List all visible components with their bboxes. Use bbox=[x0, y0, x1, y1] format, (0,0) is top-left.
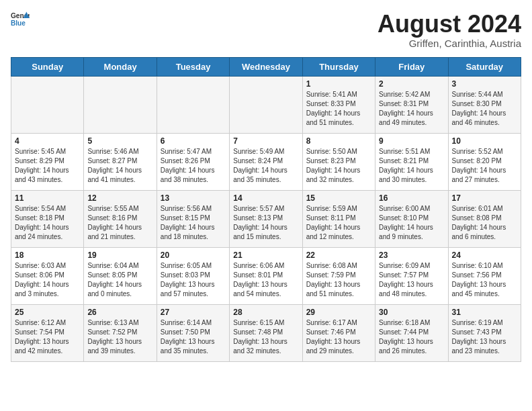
calendar-week-row: 11Sunrise: 5:54 AM Sunset: 8:18 PM Dayli… bbox=[11, 190, 521, 247]
calendar-cell: 27Sunrise: 6:14 AM Sunset: 7:50 PM Dayli… bbox=[157, 304, 229, 361]
day-number: 30 bbox=[379, 308, 444, 317]
calendar-cell: 9Sunrise: 5:51 AM Sunset: 8:21 PM Daylig… bbox=[375, 133, 448, 190]
day-number: 14 bbox=[233, 193, 298, 203]
day-info: Sunrise: 6:01 AM Sunset: 8:08 PM Dayligh… bbox=[452, 204, 517, 242]
calendar-cell: 12Sunrise: 5:55 AM Sunset: 8:16 PM Dayli… bbox=[84, 190, 157, 247]
day-info: Sunrise: 6:12 AM Sunset: 7:54 PM Dayligh… bbox=[15, 318, 80, 356]
calendar-cell bbox=[157, 76, 229, 133]
day-info: Sunrise: 5:47 AM Sunset: 8:26 PM Dayligh… bbox=[161, 147, 226, 185]
calendar-cell: 4Sunrise: 5:45 AM Sunset: 8:29 PM Daylig… bbox=[11, 133, 84, 190]
day-info: Sunrise: 6:00 AM Sunset: 8:10 PM Dayligh… bbox=[379, 204, 444, 242]
calendar-cell: 24Sunrise: 6:10 AM Sunset: 7:56 PM Dayli… bbox=[448, 247, 521, 304]
weekday-header-wednesday: Wednesday bbox=[230, 57, 302, 76]
day-info: Sunrise: 5:45 AM Sunset: 8:29 PM Dayligh… bbox=[15, 147, 80, 185]
day-number: 21 bbox=[233, 250, 298, 260]
day-info: Sunrise: 6:03 AM Sunset: 8:06 PM Dayligh… bbox=[15, 261, 80, 299]
day-info: Sunrise: 6:05 AM Sunset: 8:03 PM Dayligh… bbox=[161, 261, 226, 299]
day-number: 22 bbox=[306, 250, 371, 260]
calendar-cell: 21Sunrise: 6:06 AM Sunset: 8:01 PM Dayli… bbox=[230, 247, 302, 304]
calendar-cell: 30Sunrise: 6:18 AM Sunset: 7:44 PM Dayli… bbox=[375, 304, 448, 361]
day-info: Sunrise: 5:50 AM Sunset: 8:23 PM Dayligh… bbox=[306, 147, 371, 185]
calendar-title: August 2024 bbox=[378, 11, 521, 38]
calendar-cell: 11Sunrise: 5:54 AM Sunset: 8:18 PM Dayli… bbox=[11, 190, 84, 247]
day-info: Sunrise: 5:52 AM Sunset: 8:20 PM Dayligh… bbox=[452, 147, 517, 185]
calendar-cell: 20Sunrise: 6:05 AM Sunset: 8:03 PM Dayli… bbox=[157, 247, 229, 304]
day-number: 5 bbox=[87, 136, 152, 146]
weekday-header-friday: Friday bbox=[375, 57, 448, 76]
calendar-location: Griffen, Carinthia, Austria bbox=[378, 38, 521, 49]
svg-text:Blue: Blue bbox=[11, 19, 26, 27]
day-number: 17 bbox=[452, 193, 517, 203]
day-info: Sunrise: 5:46 AM Sunset: 8:27 PM Dayligh… bbox=[87, 147, 152, 185]
day-info: Sunrise: 6:09 AM Sunset: 7:57 PM Dayligh… bbox=[379, 261, 444, 299]
day-info: Sunrise: 5:57 AM Sunset: 8:13 PM Dayligh… bbox=[233, 204, 298, 242]
day-info: Sunrise: 6:17 AM Sunset: 7:46 PM Dayligh… bbox=[306, 318, 371, 356]
calendar-cell: 7Sunrise: 5:49 AM Sunset: 8:24 PM Daylig… bbox=[230, 133, 302, 190]
day-info: Sunrise: 6:13 AM Sunset: 7:52 PM Dayligh… bbox=[87, 318, 152, 356]
weekday-header-row: SundayMondayTuesdayWednesdayThursdayFrid… bbox=[11, 57, 521, 76]
calendar-cell: 18Sunrise: 6:03 AM Sunset: 8:06 PM Dayli… bbox=[11, 247, 84, 304]
logo: General Blue bbox=[11, 11, 30, 30]
day-info: Sunrise: 6:15 AM Sunset: 7:48 PM Dayligh… bbox=[233, 318, 298, 356]
day-info: Sunrise: 5:54 AM Sunset: 8:18 PM Dayligh… bbox=[15, 204, 80, 242]
calendar-table: SundayMondayTuesdayWednesdayThursdayFrid… bbox=[11, 57, 521, 362]
day-number: 10 bbox=[452, 136, 517, 146]
calendar-cell bbox=[230, 76, 302, 133]
calendar-week-row: 25Sunrise: 6:12 AM Sunset: 7:54 PM Dayli… bbox=[11, 304, 521, 361]
logo-icon: General Blue bbox=[11, 11, 30, 30]
day-number: 28 bbox=[233, 308, 298, 317]
calendar-cell bbox=[84, 76, 157, 133]
day-number: 23 bbox=[379, 250, 444, 260]
day-number: 9 bbox=[379, 136, 444, 146]
day-number: 29 bbox=[306, 308, 371, 317]
day-number: 4 bbox=[15, 136, 80, 146]
weekday-header-sunday: Sunday bbox=[11, 57, 84, 76]
calendar-cell: 14Sunrise: 5:57 AM Sunset: 8:13 PM Dayli… bbox=[230, 190, 302, 247]
day-number: 20 bbox=[161, 250, 226, 260]
day-info: Sunrise: 5:59 AM Sunset: 8:11 PM Dayligh… bbox=[306, 204, 371, 242]
calendar-cell: 2Sunrise: 5:42 AM Sunset: 8:31 PM Daylig… bbox=[375, 76, 448, 133]
day-info: Sunrise: 5:51 AM Sunset: 8:21 PM Dayligh… bbox=[379, 147, 444, 185]
day-number: 27 bbox=[161, 308, 226, 317]
day-number: 25 bbox=[15, 308, 80, 317]
day-number: 6 bbox=[161, 136, 226, 146]
calendar-cell: 1Sunrise: 5:41 AM Sunset: 8:33 PM Daylig… bbox=[302, 76, 375, 133]
calendar-header: SundayMondayTuesdayWednesdayThursdayFrid… bbox=[11, 57, 521, 76]
calendar-cell: 15Sunrise: 5:59 AM Sunset: 8:11 PM Dayli… bbox=[302, 190, 375, 247]
calendar-cell: 13Sunrise: 5:56 AM Sunset: 8:15 PM Dayli… bbox=[157, 190, 229, 247]
weekday-header-thursday: Thursday bbox=[302, 57, 375, 76]
day-number: 2 bbox=[379, 79, 444, 89]
day-number: 15 bbox=[306, 193, 371, 203]
weekday-header-tuesday: Tuesday bbox=[157, 57, 229, 76]
calendar-week-row: 18Sunrise: 6:03 AM Sunset: 8:06 PM Dayli… bbox=[11, 247, 521, 304]
calendar-week-row: 4Sunrise: 5:45 AM Sunset: 8:29 PM Daylig… bbox=[11, 133, 521, 190]
title-block: August 2024 Griffen, Carinthia, Austria bbox=[378, 11, 521, 49]
day-number: 26 bbox=[87, 308, 152, 317]
calendar-cell: 25Sunrise: 6:12 AM Sunset: 7:54 PM Dayli… bbox=[11, 304, 84, 361]
calendar-cell bbox=[11, 76, 84, 133]
calendar-cell: 19Sunrise: 6:04 AM Sunset: 8:05 PM Dayli… bbox=[84, 247, 157, 304]
day-info: Sunrise: 6:14 AM Sunset: 7:50 PM Dayligh… bbox=[161, 318, 226, 356]
day-info: Sunrise: 5:44 AM Sunset: 8:30 PM Dayligh… bbox=[452, 90, 517, 128]
day-number: 18 bbox=[15, 250, 80, 260]
calendar-cell: 28Sunrise: 6:15 AM Sunset: 7:48 PM Dayli… bbox=[230, 304, 302, 361]
page-header: General Blue August 2024 Griffen, Carint… bbox=[11, 11, 521, 49]
calendar-cell: 26Sunrise: 6:13 AM Sunset: 7:52 PM Dayli… bbox=[84, 304, 157, 361]
day-info: Sunrise: 6:06 AM Sunset: 8:01 PM Dayligh… bbox=[233, 261, 298, 299]
day-number: 24 bbox=[452, 250, 517, 260]
day-info: Sunrise: 6:04 AM Sunset: 8:05 PM Dayligh… bbox=[87, 261, 152, 299]
calendar-cell: 10Sunrise: 5:52 AM Sunset: 8:20 PM Dayli… bbox=[448, 133, 521, 190]
calendar-week-row: 1Sunrise: 5:41 AM Sunset: 8:33 PM Daylig… bbox=[11, 76, 521, 133]
calendar-body: 1Sunrise: 5:41 AM Sunset: 8:33 PM Daylig… bbox=[11, 76, 521, 361]
calendar-cell: 8Sunrise: 5:50 AM Sunset: 8:23 PM Daylig… bbox=[302, 133, 375, 190]
calendar-cell: 6Sunrise: 5:47 AM Sunset: 8:26 PM Daylig… bbox=[157, 133, 229, 190]
weekday-header-monday: Monday bbox=[84, 57, 157, 76]
day-number: 13 bbox=[161, 193, 226, 203]
calendar-cell: 29Sunrise: 6:17 AM Sunset: 7:46 PM Dayli… bbox=[302, 304, 375, 361]
calendar-cell: 31Sunrise: 6:19 AM Sunset: 7:43 PM Dayli… bbox=[448, 304, 521, 361]
day-number: 19 bbox=[87, 250, 152, 260]
day-info: Sunrise: 6:18 AM Sunset: 7:44 PM Dayligh… bbox=[379, 318, 444, 356]
day-info: Sunrise: 6:08 AM Sunset: 7:59 PM Dayligh… bbox=[306, 261, 371, 299]
day-info: Sunrise: 5:56 AM Sunset: 8:15 PM Dayligh… bbox=[161, 204, 226, 242]
day-number: 3 bbox=[452, 79, 517, 89]
